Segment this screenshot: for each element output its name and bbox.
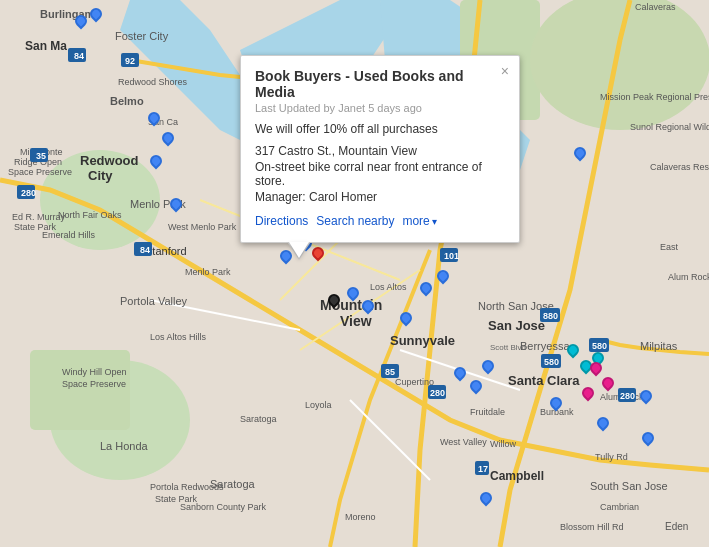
svg-text:880: 880 bbox=[543, 311, 558, 321]
svg-text:View: View bbox=[340, 313, 372, 329]
svg-text:Tully Rd: Tully Rd bbox=[595, 452, 628, 462]
svg-text:La Honda: La Honda bbox=[100, 440, 149, 452]
svg-text:85: 85 bbox=[385, 367, 395, 377]
svg-text:Portola Redwoods: Portola Redwoods bbox=[150, 482, 224, 492]
svg-text:Milpitas: Milpitas bbox=[640, 340, 678, 352]
svg-text:101: 101 bbox=[444, 251, 459, 261]
search-nearby-link[interactable]: Search nearby bbox=[316, 214, 394, 228]
svg-text:Cambrian: Cambrian bbox=[600, 502, 639, 512]
svg-text:Scott Blvd: Scott Blvd bbox=[490, 343, 526, 352]
more-link[interactable]: more ▾ bbox=[402, 214, 436, 228]
svg-rect-5 bbox=[30, 350, 130, 430]
svg-text:280: 280 bbox=[620, 391, 635, 401]
close-button[interactable]: × bbox=[501, 64, 509, 78]
directions-link[interactable]: Directions bbox=[255, 214, 308, 228]
info-offer: We will offer 10% off all purchases bbox=[255, 122, 505, 136]
svg-text:Loyola: Loyola bbox=[305, 400, 332, 410]
info-title: Book Buyers - Used Books and Media bbox=[255, 68, 505, 100]
svg-text:Campbell: Campbell bbox=[490, 469, 544, 483]
svg-text:Mission Peak Regional Preserve: Mission Peak Regional Preserve bbox=[600, 92, 709, 102]
svg-text:Los Altos: Los Altos bbox=[370, 282, 407, 292]
more-label: more bbox=[402, 214, 429, 228]
info-manager: Manager: Carol Homer bbox=[255, 190, 505, 204]
svg-text:Foster City: Foster City bbox=[115, 30, 169, 42]
svg-text:Eden: Eden bbox=[665, 521, 688, 532]
svg-text:Sunol Regional Wilderness: Sunol Regional Wilderness bbox=[630, 122, 709, 132]
svg-text:Menlo Park: Menlo Park bbox=[185, 267, 231, 277]
svg-text:Calaveras Reservoir: Calaveras Reservoir bbox=[650, 162, 709, 172]
svg-text:City: City bbox=[88, 168, 113, 183]
svg-text:Windy Hill Open: Windy Hill Open bbox=[62, 367, 127, 377]
svg-text:280: 280 bbox=[21, 188, 36, 198]
svg-text:Los Altos Hills: Los Altos Hills bbox=[150, 332, 207, 342]
more-chevron-icon: ▾ bbox=[432, 216, 437, 227]
svg-text:San Jose: San Jose bbox=[488, 318, 545, 333]
svg-text:Space Preserve: Space Preserve bbox=[62, 379, 126, 389]
svg-text:35: 35 bbox=[36, 151, 46, 161]
svg-text:84: 84 bbox=[140, 245, 150, 255]
info-updated: Last Updated by Janet 5 days ago bbox=[255, 102, 505, 114]
svg-text:92: 92 bbox=[125, 56, 135, 66]
svg-text:17: 17 bbox=[478, 464, 488, 474]
svg-text:Fruitdale: Fruitdale bbox=[470, 407, 505, 417]
svg-text:Ed R. Murray: Ed R. Murray bbox=[12, 212, 66, 222]
svg-text:Moreno: Moreno bbox=[345, 512, 376, 522]
svg-text:Space Preserve: Space Preserve bbox=[8, 167, 72, 177]
svg-text:Alum Rock: Alum Rock bbox=[668, 272, 709, 282]
svg-text:Belmo: Belmo bbox=[110, 95, 144, 107]
svg-text:Redwood: Redwood bbox=[80, 153, 139, 168]
info-links: Directions Search nearby more ▾ bbox=[255, 214, 505, 228]
svg-text:South San Jose: South San Jose bbox=[590, 480, 668, 492]
svg-text:580: 580 bbox=[592, 341, 607, 351]
svg-text:East: East bbox=[660, 242, 679, 252]
svg-text:North Fair Oaks: North Fair Oaks bbox=[58, 210, 122, 220]
svg-text:280: 280 bbox=[430, 388, 445, 398]
svg-text:Redwood Shores: Redwood Shores bbox=[118, 77, 188, 87]
svg-text:Sunnyvale: Sunnyvale bbox=[390, 333, 455, 348]
info-parking: On-street bike corral near front entranc… bbox=[255, 160, 505, 188]
svg-text:84: 84 bbox=[74, 51, 84, 61]
info-window: × Book Buyers - Used Books and Media Las… bbox=[240, 55, 520, 243]
svg-text:Santa Clara: Santa Clara bbox=[508, 373, 580, 388]
svg-text:West Menlo Park: West Menlo Park bbox=[168, 222, 237, 232]
svg-text:Portola Valley: Portola Valley bbox=[120, 295, 188, 307]
svg-text:Saratoga: Saratoga bbox=[240, 414, 277, 424]
svg-text:San Ma: San Ma bbox=[25, 39, 67, 53]
svg-text:State Park: State Park bbox=[155, 494, 198, 504]
svg-text:Blossom Hill Rd: Blossom Hill Rd bbox=[560, 522, 624, 532]
svg-text:Willow: Willow bbox=[490, 439, 516, 449]
svg-text:Cupertino: Cupertino bbox=[395, 377, 434, 387]
info-address: 317 Castro St., Mountain View bbox=[255, 144, 505, 158]
svg-text:State Park: State Park bbox=[14, 222, 57, 232]
svg-text:580: 580 bbox=[544, 357, 559, 367]
svg-text:West Valley: West Valley bbox=[440, 437, 487, 447]
map-container: Burlingame San Ma Foster City Redwood Sh… bbox=[0, 0, 709, 547]
svg-text:Berryessa: Berryessa bbox=[520, 340, 570, 352]
svg-text:Calaveras: Calaveras bbox=[635, 2, 676, 12]
